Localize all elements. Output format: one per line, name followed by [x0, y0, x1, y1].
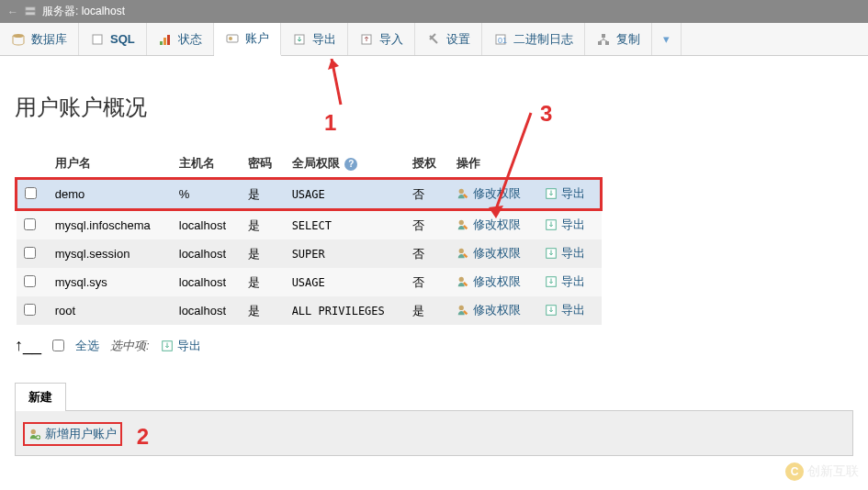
col-user: 用户名 — [48, 150, 172, 179]
cell-global: SELECT — [285, 210, 406, 240]
svg-point-20 — [458, 189, 463, 194]
status-icon — [158, 32, 173, 47]
export-icon — [545, 187, 558, 200]
import-icon — [359, 32, 374, 47]
row-checkbox[interactable] — [24, 247, 36, 259]
table-row: demo % 是 USAGE 否 修改权限 导出 — [17, 179, 602, 210]
table-row: mysql.sys localhost 是 USAGE 否 修改权限 导出 — [17, 268, 602, 296]
edit-privileges-link[interactable]: 修改权限 — [457, 273, 521, 290]
export-user-link[interactable]: 导出 — [545, 302, 585, 318]
server-bar: ← 服务器: localhost — [0, 0, 868, 23]
add-user-link[interactable]: 新增用户账户 — [23, 422, 122, 446]
export-icon — [545, 275, 558, 288]
tab-more[interactable]: ▾ — [652, 23, 682, 55]
export-icon — [545, 218, 558, 231]
replication-icon — [596, 32, 611, 47]
tab-accounts[interactable]: 账户 — [214, 23, 281, 56]
cell-global: USAGE — [285, 179, 406, 210]
tab-settings[interactable]: 设置 — [415, 23, 482, 55]
user-edit-icon — [457, 218, 469, 231]
cell-host: % — [172, 179, 242, 210]
svg-rect-14 — [598, 41, 602, 45]
watermark: C 创新互联 — [785, 462, 859, 481]
svg-point-8 — [229, 37, 232, 40]
export-user-link[interactable]: 导出 — [545, 245, 585, 262]
cell-global: ALL PRIVILEGES — [285, 296, 406, 325]
user-edit-icon — [457, 304, 469, 317]
cell-grant: 是 — [405, 296, 448, 325]
server-label: 服务器: localhost — [42, 4, 125, 19]
row-checkbox[interactable] — [25, 187, 37, 199]
row-checkbox[interactable] — [24, 275, 36, 287]
export-user-link[interactable]: 导出 — [545, 273, 585, 290]
export-user-link[interactable]: 导出 — [545, 185, 585, 202]
cell-password: 是 — [241, 210, 284, 240]
user-accounts-table: 用户名 主机名 密码 全局权限 ? 授权 操作 demo % 是 USAGE 否… — [15, 150, 603, 325]
export-user-link[interactable]: 导出 — [545, 217, 585, 233]
svg-point-2 — [13, 34, 24, 38]
cell-password: 是 — [241, 268, 284, 296]
svg-rect-5 — [163, 38, 166, 45]
cell-grant: 否 — [405, 239, 448, 268]
accounts-icon — [225, 31, 240, 46]
cell-global: SUPER — [285, 239, 406, 268]
col-action: 操作 — [449, 150, 538, 179]
checkall-arrow-icon: ↑__ — [15, 336, 41, 355]
table-row: root localhost 是 ALL PRIVILEGES 是 修改权限 导… — [17, 296, 602, 325]
checkall-checkbox[interactable] — [52, 340, 64, 351]
tab-import[interactable]: 导入 — [348, 23, 415, 55]
row-checkbox[interactable] — [24, 218, 36, 230]
export-selected[interactable]: 导出 — [161, 338, 201, 354]
col-global: 全局权限 ? — [285, 150, 406, 179]
selected-label: 选中项: — [110, 338, 150, 354]
nav-arrow-icon[interactable]: ← — [7, 6, 18, 18]
export-icon — [545, 304, 558, 317]
col-grant: 授权 — [405, 150, 448, 179]
server-icon — [24, 6, 37, 18]
edit-privileges-link[interactable]: 修改权限 — [457, 185, 521, 202]
tab-status[interactable]: 状态 — [147, 23, 214, 55]
row-checkbox[interactable] — [24, 304, 36, 316]
cell-password: 是 — [241, 296, 284, 325]
cell-user: mysql.session — [48, 239, 172, 268]
col-password: 密码 — [241, 150, 284, 179]
database-icon — [11, 32, 26, 47]
new-section: 新建 新增用户账户 2 — [15, 383, 853, 456]
svg-point-26 — [458, 277, 463, 282]
cell-grant: 否 — [405, 268, 448, 296]
annotation-2: 2 — [137, 424, 149, 449]
tab-sql[interactable]: SQL — [79, 23, 147, 55]
tab-binlog[interactable]: 01二进制日志 — [482, 23, 585, 55]
cell-host: localhost — [172, 239, 242, 268]
edit-privileges-link[interactable]: 修改权限 — [457, 245, 521, 262]
table-row: mysql.session localhost 是 SUPER 否 修改权限 导… — [17, 239, 602, 268]
main-tabs: 数据库 SQL 状态 账户 导出 导入 设置 01二进制日志 复制 ▾ — [0, 23, 868, 56]
edit-privileges-link[interactable]: 修改权限 — [457, 302, 521, 318]
svg-rect-13 — [602, 34, 605, 38]
cell-host: localhost — [172, 268, 242, 296]
svg-text:01: 01 — [498, 36, 507, 45]
svg-point-28 — [458, 306, 463, 310]
checkall-link[interactable]: 全选 — [75, 338, 99, 354]
edit-privileges-link[interactable]: 修改权限 — [457, 217, 521, 233]
tab-replication[interactable]: 复制 — [585, 23, 652, 55]
svg-rect-4 — [160, 41, 163, 45]
help-icon[interactable]: ? — [344, 158, 357, 171]
add-user-icon — [28, 428, 41, 440]
svg-rect-3 — [93, 35, 102, 44]
export-icon — [545, 247, 558, 260]
new-section-title: 新建 — [15, 383, 66, 411]
tab-database[interactable]: 数据库 — [0, 23, 79, 55]
settings-icon — [426, 32, 441, 47]
export-icon — [161, 340, 174, 352]
tab-export[interactable]: 导出 — [281, 23, 348, 55]
col-host: 主机名 — [172, 150, 242, 179]
user-edit-icon — [457, 247, 469, 260]
content-area: 用户账户概况 用户名 主机名 密码 全局权限 ? 授权 操作 demo % 是 … — [0, 56, 868, 474]
cell-password: 是 — [241, 179, 284, 210]
cell-grant: 否 — [405, 179, 448, 210]
svg-point-31 — [31, 429, 36, 434]
cell-user: mysql.sys — [48, 268, 172, 296]
export-icon — [292, 32, 307, 47]
checkall-row: ↑__ 全选 选中项: 导出 — [15, 336, 853, 355]
